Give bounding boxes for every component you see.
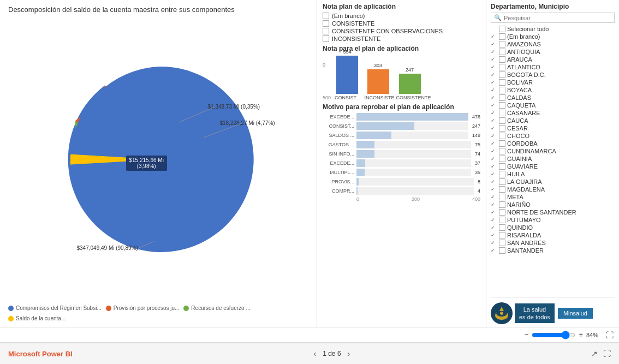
- nota-plan-item-1[interactable]: CONSISTENTE: [323, 20, 480, 27]
- zoom-minus[interactable]: −: [525, 331, 529, 339]
- minsalud-button[interactable]: Minsalud: [558, 308, 593, 319]
- salud-button[interactable]: La salud es de todos: [515, 303, 555, 324]
- nota-plan-check-0[interactable]: [323, 13, 329, 19]
- dept-search-input[interactable]: [504, 15, 611, 21]
- dept-item-6[interactable]: ✓ BOGOTA D.C.: [491, 71, 615, 79]
- powerbi-link[interactable]: Microsoft Power BI: [8, 350, 73, 358]
- dept-item-29[interactable]: ✓ SANTANDER: [491, 247, 615, 254]
- dept-check-6[interactable]: [499, 71, 505, 78]
- dept-check-2[interactable]: [499, 41, 505, 47]
- dept-item-20[interactable]: ✓ LA GUAJIRA: [491, 178, 615, 186]
- dept-item-28[interactable]: ✓ SAN ANDRES: [491, 239, 615, 247]
- fullscreen-icon[interactable]: ⛶: [606, 331, 614, 339]
- dept-item-5[interactable]: ✓ ATLANTICO: [491, 63, 615, 71]
- legend: Compromisos del Régimen Subsi... Provisi…: [8, 302, 311, 324]
- chart-title: Descomposición del saldo de la cuenta ma…: [8, 5, 311, 14]
- zoom-slider[interactable]: [532, 331, 575, 339]
- bar-rect-2: [399, 74, 421, 94]
- dept-check-15[interactable]: [499, 140, 505, 147]
- hbar-label-7: PROVIS...: [323, 179, 354, 184]
- dept-chevron-19: ✓: [491, 171, 497, 177]
- dept-check-26[interactable]: [499, 224, 505, 231]
- dept-check-11[interactable]: [499, 110, 505, 116]
- dept-check-3[interactable]: [499, 49, 505, 55]
- dept-item-14[interactable]: ✓ CHOCO: [491, 132, 615, 140]
- dept-item-2[interactable]: ✓ AMAZONAS: [491, 40, 615, 48]
- dept-item-15[interactable]: ✓ CORDOBA: [491, 140, 615, 147]
- hbar-track-1: [356, 122, 468, 130]
- dept-check-8[interactable]: [499, 87, 505, 93]
- nota-plan-check-3[interactable]: [323, 35, 329, 42]
- dept-check-7[interactable]: [499, 79, 505, 86]
- right-icons: ↗ ⛶: [591, 349, 611, 358]
- dept-label-13: CESAR: [507, 125, 528, 132]
- footer-logo-area: La salud es de todos Minsalud: [491, 297, 615, 324]
- nota-plan-item-3[interactable]: INCONSISTENTE: [323, 35, 480, 42]
- dept-item-13[interactable]: ✓ CESAR: [491, 124, 615, 132]
- dept-item-10[interactable]: ✓ CAQUETA: [491, 102, 615, 109]
- hbar-item-4: SIN INFO... 74: [323, 150, 480, 158]
- hbar-fill-0: [356, 113, 468, 121]
- dept-check-14[interactable]: [499, 133, 505, 139]
- dept-check-9[interactable]: [499, 94, 505, 101]
- dept-item-19[interactable]: ✓ HUILA: [491, 170, 615, 178]
- nav-prev-button[interactable]: ‹: [312, 348, 319, 359]
- dept-check-18[interactable]: [499, 163, 505, 170]
- dept-item-25[interactable]: ✓ PUTUMAYO: [491, 216, 615, 224]
- dept-item-4[interactable]: ✓ ARAUCA: [491, 56, 615, 63]
- dept-check-22[interactable]: [499, 194, 505, 200]
- dept-item-22[interactable]: ✓ META: [491, 193, 615, 201]
- dept-check-1[interactable]: [499, 33, 505, 40]
- dept-label-26: QUINDIO: [507, 224, 533, 231]
- dept-item-23[interactable]: ✓ NARIÑO: [491, 201, 615, 208]
- nota-plan-label-3: INCONSISTENTE: [332, 35, 380, 42]
- dept-item-21[interactable]: ✓ MAGDALENA: [491, 186, 615, 193]
- dept-check-4[interactable]: [499, 56, 505, 63]
- svg-point-7: [500, 312, 503, 315]
- dept-item-8[interactable]: ✓ BOYACA: [491, 86, 615, 94]
- nav-controls: ‹ 1 de 6 ›: [312, 348, 353, 359]
- nota-plan-check-1[interactable]: [323, 20, 329, 27]
- dept-check-16[interactable]: [499, 148, 505, 154]
- search-box[interactable]: 🔍: [491, 13, 615, 23]
- dept-check-23[interactable]: [499, 201, 505, 208]
- dept-item-18[interactable]: ✓ GUAVIARE: [491, 163, 615, 170]
- dept-item-9[interactable]: ✓ CALDAS: [491, 94, 615, 102]
- nota-plan-check-2[interactable]: [323, 28, 329, 34]
- expand-icon[interactable]: ⛶: [603, 349, 611, 358]
- dept-item-16[interactable]: ✓ CUNDINAMARCA: [491, 147, 615, 155]
- dept-check-19[interactable]: [499, 171, 505, 177]
- hbar-label-6: MÚLTIPL...: [323, 170, 354, 175]
- dept-item-27[interactable]: ✓ RISARALDA: [491, 231, 615, 239]
- dept-check-27[interactable]: [499, 232, 505, 238]
- dept-item-17[interactable]: ✓ GUAINIA: [491, 155, 615, 163]
- dept-item-1[interactable]: ✓ (Em branco): [491, 33, 615, 40]
- dept-check-17[interactable]: [499, 156, 505, 162]
- zoom-plus[interactable]: +: [579, 331, 583, 339]
- dept-item-0[interactable]: Selecionar tudo: [491, 25, 615, 33]
- dept-check-13[interactable]: [499, 125, 505, 132]
- dept-check-0[interactable]: [499, 26, 505, 32]
- dept-item-24[interactable]: ✓ NORTE DE SANTANDER: [491, 208, 615, 216]
- nav-next-button[interactable]: ›: [346, 348, 353, 359]
- bar-col-2: 247 CONSISTENTE: [396, 67, 424, 100]
- dept-item-3[interactable]: ✓ ANTIOQUIA: [491, 48, 615, 56]
- dept-item-12[interactable]: ✓ CAUCA: [491, 117, 615, 124]
- dept-check-5[interactable]: [499, 64, 505, 70]
- dept-check-12[interactable]: [499, 117, 505, 124]
- share-icon[interactable]: ↗: [591, 349, 598, 358]
- dept-label-10: CAQUETA: [507, 102, 535, 109]
- dept-check-25[interactable]: [499, 217, 505, 223]
- dept-check-21[interactable]: [499, 186, 505, 193]
- nota-plan-item-0[interactable]: (Em branco): [323, 13, 480, 19]
- hbar-val-1: 247: [472, 123, 480, 129]
- dept-item-7[interactable]: ✓ BOLIVAR: [491, 79, 615, 86]
- dept-check-24[interactable]: [499, 209, 505, 216]
- nota-plan-item-2[interactable]: CONSISTENTE CON OBSERVACIONES: [323, 28, 480, 34]
- dept-item-26[interactable]: ✓ QUINDIO: [491, 224, 615, 231]
- dept-check-29[interactable]: [499, 247, 505, 254]
- dept-check-10[interactable]: [499, 102, 505, 109]
- dept-check-20[interactable]: [499, 178, 505, 185]
- dept-check-28[interactable]: [499, 240, 505, 246]
- dept-item-11[interactable]: ✓ CASANARE: [491, 109, 615, 117]
